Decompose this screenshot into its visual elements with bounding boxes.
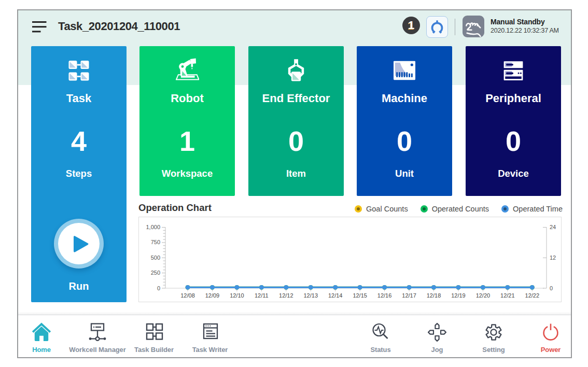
run-button[interactable] [54, 219, 104, 269]
svg-text:12/19: 12/19 [451, 292, 466, 299]
end-effector-icon [248, 56, 344, 85]
svg-text:12/08: 12/08 [180, 292, 195, 299]
card-title: Task [31, 92, 127, 105]
card-peripheral[interactable]: Peripheral 0 Device [466, 46, 561, 196]
card-machine[interactable]: Machine 0 Unit [357, 46, 452, 196]
page-title: Task_20201204_110001 [58, 20, 180, 33]
card-title: End Effector [248, 92, 344, 105]
operated-time-dot-icon [501, 205, 509, 213]
mode-label: Manual Standby [491, 18, 545, 26]
app-window: Task_20201204_110001 1 Manual Standby 20… [17, 9, 572, 358]
nav-label: Power [517, 346, 572, 354]
svg-text:12/09: 12/09 [205, 292, 220, 299]
svg-text:12/21: 12/21 [500, 292, 515, 299]
svg-text:12/11: 12/11 [255, 292, 269, 299]
card-value: 4 [31, 125, 127, 157]
hamburger-icon [32, 21, 47, 32]
svg-text:0: 0 [157, 285, 160, 291]
peripheral-icon [466, 56, 561, 85]
svg-text:500: 500 [151, 255, 160, 261]
legend-label: Operated Counts [432, 205, 489, 213]
svg-text:12/14: 12/14 [328, 292, 343, 299]
card-unit: Device [466, 168, 561, 179]
legend-operated-time: Operated Time [501, 205, 563, 213]
svg-text:12/16: 12/16 [377, 292, 392, 299]
manual-hand-icon [463, 16, 484, 37]
gripper-icon [429, 19, 445, 35]
card-value: 1 [139, 125, 235, 157]
nav-separator [17, 315, 572, 315]
cockpit-button[interactable] [426, 16, 448, 38]
card-robot[interactable]: Robot 1 Workspace [139, 46, 235, 196]
svg-text:750: 750 [151, 239, 160, 245]
machine-icon [357, 56, 452, 85]
mode-indicator[interactable] [463, 16, 484, 37]
card-unit: Item [248, 168, 344, 179]
svg-text:12/13: 12/13 [303, 292, 318, 299]
svg-text:250: 250 [151, 270, 160, 276]
datetime-label: 2020.12.22 10:32:37 AM [491, 27, 559, 34]
operated-counts-dot-icon [421, 205, 428, 213]
power-icon [517, 320, 572, 343]
svg-text:1,000: 1,000 [146, 224, 160, 230]
chart-title: Operation Chart [138, 202, 212, 214]
legend-goal-counts: Goal Counts [355, 205, 408, 213]
operation-chart-plot: 02505007501,0000122412/0812/0912/1012/11… [139, 217, 561, 302]
task-writer-icon [176, 320, 244, 343]
goal-counts-dot-icon [355, 205, 362, 213]
svg-text:12/15: 12/15 [353, 292, 367, 299]
svg-text:12/12: 12/12 [279, 292, 293, 299]
card-unit: Steps [31, 168, 127, 179]
svg-text:0: 0 [550, 285, 553, 291]
menu-button[interactable] [32, 20, 47, 33]
card-unit: Unit [357, 168, 452, 179]
svg-text:12/18: 12/18 [427, 292, 441, 299]
nav-task-writer[interactable]: Task Writer [176, 320, 244, 354]
svg-text:12/10: 12/10 [230, 292, 244, 299]
nav-label: Task Writer [176, 346, 244, 354]
task-blocks-icon [31, 56, 127, 85]
legend-label: Goal Counts [366, 205, 408, 213]
screen: Task_20201204_110001 1 Manual Standby 20… [0, 0, 588, 367]
card-title: Peripheral [466, 92, 561, 105]
card-title: Robot [139, 92, 235, 105]
run-label: Run [31, 280, 127, 292]
card-value: 0 [466, 125, 561, 157]
chart-legend: Goal Counts Operated Counts Operated Tim… [355, 205, 563, 213]
card-value: 0 [357, 125, 452, 157]
svg-text:12/17: 12/17 [402, 292, 416, 299]
operation-chart-panel: 02505007501,0000122412/0812/0912/1012/11… [138, 217, 562, 302]
nav-power[interactable]: Power [517, 320, 572, 354]
card-task[interactable]: Task 4 Steps Run [31, 46, 127, 302]
robot-arm-icon [139, 56, 235, 85]
card-title: Machine [357, 92, 452, 105]
card-unit: Workspace [139, 168, 235, 179]
header-divider [455, 19, 455, 35]
svg-text:12/22: 12/22 [525, 292, 540, 299]
card-end-effector[interactable]: End Effector 0 Item [248, 46, 344, 196]
svg-text:12/20: 12/20 [476, 292, 491, 299]
svg-text:12: 12 [550, 255, 556, 261]
legend-operated-counts: Operated Counts [421, 205, 489, 213]
run-button-inner [58, 223, 100, 264]
legend-label: Operated Time [513, 205, 563, 213]
play-icon [71, 234, 90, 253]
card-value: 0 [248, 125, 344, 157]
notification-badge[interactable]: 1 [402, 17, 420, 34]
svg-text:24: 24 [550, 224, 556, 230]
